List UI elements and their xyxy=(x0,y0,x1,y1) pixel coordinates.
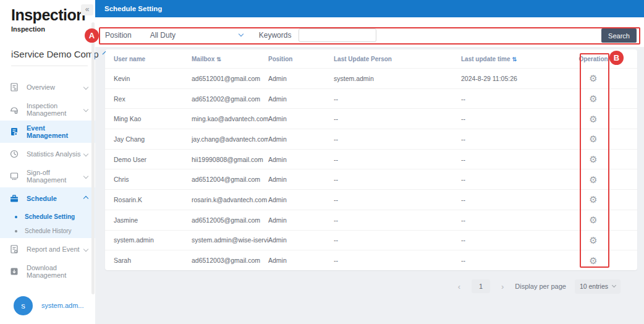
page-number-button[interactable]: 1 xyxy=(472,279,490,293)
sidebar-subitem-schedule-history[interactable]: Schedule History xyxy=(0,224,95,238)
cell-position: Admin xyxy=(268,196,334,203)
cell-mailbox: ming.kao@advantech.com.tw xyxy=(192,115,268,122)
sidebar-item-label: Statistics Analysis xyxy=(27,150,84,158)
settings-gear-icon[interactable]: ⚙ xyxy=(589,155,597,164)
cell-mailbox: ad6512005@gmail.com xyxy=(192,216,268,224)
table-row: Demo User hii19990808@gmail.com Admin --… xyxy=(105,149,637,169)
next-page-button[interactable]: › xyxy=(499,282,506,291)
column-header-operation: Operation xyxy=(549,56,637,62)
settings-gear-icon[interactable]: ⚙ xyxy=(589,195,597,204)
chevron-down-icon xyxy=(83,151,88,156)
cell-last-update-person: -- xyxy=(334,257,461,264)
collapse-icon: « xyxy=(85,5,90,14)
user-account[interactable]: s system.adm... xyxy=(0,292,83,319)
entries-per-page-select[interactable]: 10 entries xyxy=(575,279,621,294)
cell-last-update-time: -- xyxy=(461,176,549,183)
table-row: Ming Kao ming.kao@advantech.com.tw Admin… xyxy=(105,108,637,129)
sidebar-item-inspection-management[interactable]: Inspection Management xyxy=(0,98,95,121)
cell-mailbox: hii19990808@gmail.com xyxy=(192,156,268,163)
settings-gear-icon[interactable]: ⚙ xyxy=(589,236,597,245)
bullet-icon xyxy=(15,216,17,218)
cell-last-update-person: -- xyxy=(334,156,461,163)
column-header-last-update-time[interactable]: Last update time⇅ xyxy=(461,56,549,62)
entries-per-page-value: 10 entries xyxy=(580,283,608,290)
settings-gear-icon[interactable]: ⚙ xyxy=(589,134,597,143)
cell-position: Admin xyxy=(268,216,334,224)
cell-operation: ⚙ xyxy=(549,236,637,245)
sidebar-item-sign-off-management[interactable]: Sign-off Management xyxy=(0,165,95,187)
sidebar-scrollbar[interactable] xyxy=(91,22,95,294)
cell-position: Admin xyxy=(268,95,334,103)
sidebar-item-event-management[interactable]: Event Management xyxy=(0,121,95,143)
chevron-up-icon xyxy=(83,196,88,201)
topbar: Schedule Setting xyxy=(95,0,644,17)
sidebar-item-label: Sign-off Management xyxy=(27,169,84,184)
cell-operation: ⚙ xyxy=(549,74,637,83)
cell-last-update-time: -- xyxy=(461,257,549,264)
sort-icon[interactable]: ⇅ xyxy=(216,56,221,62)
table-row: Rosarin.K rosarin.k@advantech.com Admin … xyxy=(105,189,637,210)
settings-gear-icon[interactable]: ⚙ xyxy=(589,94,597,103)
search-button[interactable]: Search xyxy=(601,28,637,43)
download-management-icon xyxy=(9,266,19,277)
sign-off-management-icon xyxy=(9,171,19,182)
sidebar-item-overview[interactable]: Overview xyxy=(0,76,95,98)
cell-user-name: system.admin xyxy=(105,236,192,244)
table-row: Jasmine ad6512005@gmail.com Admin -- -- … xyxy=(105,210,637,230)
cell-operation: ⚙ xyxy=(549,195,637,204)
settings-gear-icon[interactable]: ⚙ xyxy=(589,256,597,265)
cell-user-name: Ming Kao xyxy=(105,115,192,122)
cell-last-update-person: system.admin xyxy=(334,75,461,82)
sidebar-item-label: Download Management xyxy=(27,264,84,279)
cell-last-update-person: -- xyxy=(334,95,461,103)
table-row: system.admin system.admin@wise-iservice.… xyxy=(105,230,637,250)
column-header-label: Mailbox xyxy=(192,56,214,62)
column-header-mailbox[interactable]: Mailbox⇅ xyxy=(192,56,268,62)
table-row: Chris ad6512004@gmail.com Admin -- -- ⚙ xyxy=(105,169,637,189)
sidebar-collapse-button[interactable]: « xyxy=(81,4,93,15)
cell-last-update-person: -- xyxy=(334,115,461,122)
cell-last-update-time: -- xyxy=(461,135,549,143)
sidebar-item-report-and-event[interactable]: Report and Event xyxy=(0,238,95,260)
cell-position: Admin xyxy=(268,75,334,82)
inspection-management-icon xyxy=(9,104,19,115)
sidebar-divider xyxy=(11,66,88,66)
keywords-input[interactable] xyxy=(299,28,376,42)
pagination: ‹ 1 › Display per page 10 entries xyxy=(455,278,621,294)
table-body: Kevin ad6512001@gmail.com Admin system.a… xyxy=(105,68,637,270)
position-select[interactable]: All Duty xyxy=(150,31,243,40)
sidebar-item-schedule[interactable]: Schedule xyxy=(0,187,95,210)
sidebar-item-label: Report and Event xyxy=(27,245,84,253)
cell-position: Admin xyxy=(268,135,334,143)
avatar: s xyxy=(14,296,33,315)
filter-bar: Position All Duty Keywords Search xyxy=(95,17,644,47)
sidebar-subitem-schedule-setting[interactable]: Schedule Setting xyxy=(0,210,95,224)
sidebar-subitem-label: Schedule Setting xyxy=(25,213,75,220)
cell-last-update-time: -- xyxy=(461,115,549,122)
settings-gear-icon[interactable]: ⚙ xyxy=(589,114,597,124)
table-row: Jay Chang jay.chang@advantech.com.tw Adm… xyxy=(105,129,637,149)
cell-last-update-time: 2024-8-29 11:05:26 xyxy=(461,75,549,82)
sidebar-item-statistics-analysis[interactable]: Statistics Analysis xyxy=(0,143,95,165)
sidebar-item-label: Event Management xyxy=(27,124,84,139)
table-header: User name Mailbox⇅ Position Last Update … xyxy=(105,49,637,68)
column-header-position: Position xyxy=(268,56,334,62)
chevron-down-icon xyxy=(83,247,88,252)
cell-position: Admin xyxy=(268,156,334,163)
cell-mailbox: ad6512001@gmail.com xyxy=(192,75,268,82)
chevron-down-icon xyxy=(612,283,616,287)
previous-page-button[interactable]: ‹ xyxy=(455,282,463,291)
cell-position: Admin xyxy=(268,115,334,122)
sidebar-item-download-management[interactable]: Download Management xyxy=(0,260,95,283)
company-selector[interactable]: iService Demo Comp xyxy=(0,49,95,59)
sort-icon[interactable]: ⇅ xyxy=(512,56,517,62)
app-window: Inspection Inspection « iService Demo Co… xyxy=(0,0,644,324)
column-header-user-name: User name xyxy=(105,56,192,62)
settings-gear-icon[interactable]: ⚙ xyxy=(589,74,597,83)
cell-position: Admin xyxy=(268,236,334,244)
settings-gear-icon[interactable]: ⚙ xyxy=(589,215,597,224)
sidebar-item-label: Overview xyxy=(27,83,84,91)
settings-gear-icon[interactable]: ⚙ xyxy=(589,175,597,184)
schedule-icon xyxy=(9,194,19,204)
cell-user-name: Jay Chang xyxy=(105,135,192,143)
